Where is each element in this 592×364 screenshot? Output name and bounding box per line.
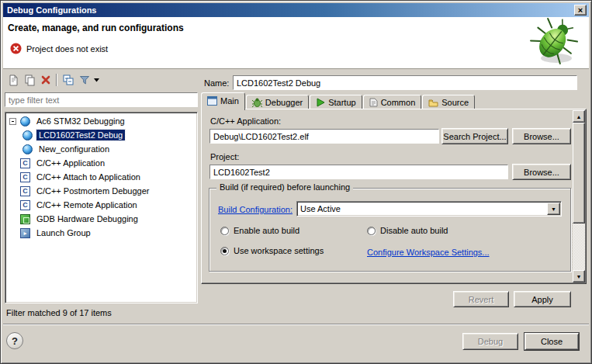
- startup-tab-icon: [316, 98, 325, 107]
- tab-startup[interactable]: Startup: [310, 95, 362, 109]
- new-configuration-icon[interactable]: [5, 73, 21, 88]
- tree-item-cpp-attach[interactable]: C/C++ Attach to Application: [5, 170, 197, 184]
- dialog-header: Create, manage, and run configurations P…: [3, 17, 589, 69]
- project-field-wrap: [209, 165, 508, 179]
- error-message-row: Project does not exist: [10, 43, 108, 54]
- filter-icon[interactable]: [76, 73, 92, 88]
- tab-source[interactable]: Source: [422, 95, 475, 109]
- filter-status-text: Filter matched 9 of 17 items: [6, 308, 112, 317]
- main-tab-panel: C/C++ Application: Search Project... Bro…: [201, 109, 587, 284]
- filter-input[interactable]: [5, 93, 197, 106]
- tree-item-lcd1602test2-debug[interactable]: LCD1602Test2 Debug: [5, 128, 197, 142]
- enable-auto-build-option[interactable]: Enable auto build: [220, 226, 299, 235]
- c-application-icon: [19, 158, 31, 168]
- tab-debugger[interactable]: Debugger: [246, 95, 309, 109]
- tree-item-gdb-hardware[interactable]: GDB Hardware Debugging: [5, 212, 197, 226]
- collapse-all-icon[interactable]: [60, 73, 76, 88]
- project-label: Project:: [210, 152, 239, 161]
- combo-dropdown-icon[interactable]: ▼: [547, 203, 560, 215]
- selected-tree-label: LCD1602Test2 Debug: [36, 130, 125, 140]
- launch-config-icon: [22, 130, 33, 140]
- c-application-icon: [19, 199, 31, 210]
- debug-bug-graphic: [528, 18, 580, 69]
- ac6-debug-type-icon: [19, 116, 31, 127]
- delete-configuration-icon[interactable]: [37, 73, 54, 88]
- disable-auto-build-radio[interactable]: [367, 227, 376, 235]
- build-group: Build (if required) before launching Bui…: [209, 188, 571, 272]
- debug-button[interactable]: Debug: [462, 333, 518, 350]
- tab-common[interactable]: Common: [363, 95, 422, 109]
- application-field-wrap: [209, 129, 439, 144]
- project-browse-button[interactable]: Browse...: [512, 164, 571, 180]
- launch-group-icon: [19, 227, 31, 238]
- name-label: Name:: [204, 78, 229, 88]
- c-application-icon: [19, 185, 31, 196]
- common-tab-icon: [369, 98, 378, 107]
- launch-toolbar: [5, 72, 101, 88]
- title-bar: Debug Configurations ×: [3, 3, 589, 17]
- close-button[interactable]: Close: [524, 333, 579, 350]
- tree-item-cpp-remote[interactable]: C/C++ Remote Application: [5, 198, 197, 212]
- help-icon[interactable]: ?: [6, 332, 23, 349]
- search-project-button[interactable]: Search Project...: [441, 128, 508, 144]
- filter-input-wrap: [5, 92, 198, 107]
- config-tab-bar: Main Debugger Startup Common Source: [201, 92, 476, 109]
- use-workspace-settings-radio[interactable]: [220, 247, 229, 255]
- disable-auto-build-option[interactable]: Disable auto build: [367, 226, 448, 235]
- build-group-title: Build (if required) before launching: [216, 182, 353, 192]
- duplicate-configuration-icon[interactable]: [21, 73, 37, 88]
- tree-item-cpp-postmortem[interactable]: C/C++ Postmortem Debugger: [5, 184, 197, 198]
- scroll-up-icon[interactable]: ▲: [573, 110, 585, 123]
- application-label: C/C++ Application:: [210, 116, 281, 126]
- window-title: Debug Configurations: [5, 5, 97, 15]
- toolbar-separator: [56, 74, 57, 86]
- error-icon: [10, 43, 22, 54]
- filter-menu-dropdown-icon[interactable]: [92, 73, 101, 88]
- build-configuration-link[interactable]: Build Configuration:: [218, 205, 293, 214]
- page-title: Create, manage, and run configurations: [8, 23, 184, 33]
- revert-button[interactable]: Revert: [453, 291, 509, 307]
- tab-main[interactable]: Main: [201, 92, 245, 110]
- configure-workspace-settings-link[interactable]: Configure Workspace Settings...: [367, 248, 490, 257]
- launch-config-icon: [22, 144, 33, 154]
- debug-configurations-dialog: Debug Configurations × Create, manage, a…: [0, 0, 592, 364]
- tree-item-launch-group[interactable]: Launch Group: [5, 226, 197, 240]
- combo-selected-value: Use Active: [297, 204, 546, 213]
- apply-button[interactable]: Apply: [514, 291, 571, 307]
- c-application-icon: [19, 172, 31, 182]
- collapse-expander-icon[interactable]: [9, 118, 16, 125]
- gdb-hardware-icon: [19, 213, 31, 224]
- use-workspace-settings-option[interactable]: Use workspace settings: [220, 246, 324, 255]
- enable-auto-build-radio[interactable]: [220, 227, 229, 235]
- source-tab-icon: [428, 99, 438, 107]
- name-input[interactable]: [234, 76, 576, 89]
- main-tab-icon: [207, 96, 217, 106]
- launch-configurations-tree[interactable]: Ac6 STM32 Debugging LCD1602Test2 Debug N…: [5, 112, 198, 303]
- debugger-tab-icon: [252, 98, 262, 107]
- project-input[interactable]: [210, 165, 507, 179]
- close-icon[interactable]: ×: [574, 5, 587, 16]
- application-input[interactable]: [210, 130, 438, 143]
- build-configuration-combo[interactable]: Use Active ▼: [296, 201, 562, 217]
- error-text: Project does not exist: [26, 44, 108, 54]
- tree-item-cpp-application[interactable]: C/C++ Application: [5, 156, 197, 170]
- application-browse-button[interactable]: Browse...: [512, 128, 571, 144]
- tree-item-new-configuration[interactable]: New_configuration: [5, 142, 197, 156]
- tab-panel-scrollbar[interactable]: ▲ ▼: [573, 110, 585, 283]
- name-field-wrap: [233, 75, 577, 90]
- tree-item-ac6-stm32[interactable]: Ac6 STM32 Debugging: [5, 114, 197, 128]
- footer-separator: [3, 324, 589, 325]
- scrollbar-thumb[interactable]: [573, 123, 585, 224]
- scroll-down-icon[interactable]: ▼: [573, 270, 585, 283]
